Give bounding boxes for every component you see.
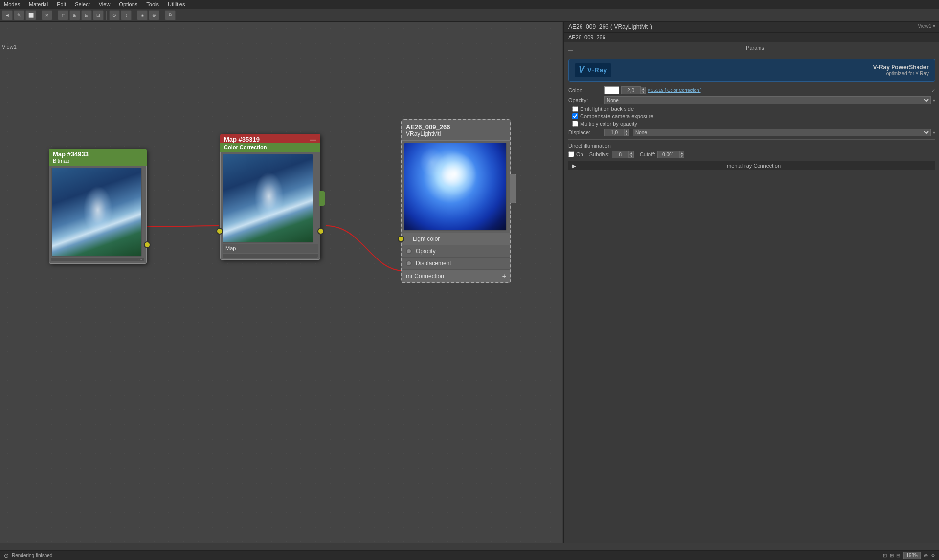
node-vray-slot-opacity[interactable]: Opacity (402, 245, 510, 257)
opacity-dropdown[interactable]: None (604, 96, 931, 104)
right-panel: AE26_009_266 ( VRayLightMtl ) View1 ▾ AE… (563, 22, 939, 543)
color-label: Color: (568, 87, 603, 93)
vray-brand-label: V·Ray (587, 66, 607, 74)
color-row: Color: ▲ ▼ # 35319 [ Color Correction ] … (568, 86, 935, 94)
subdivs-spin-up[interactable]: ▲ (629, 151, 634, 154)
toolbar-btn-13[interactable]: ⧉ (165, 10, 176, 20)
node-vray-type: VRayLightMtl (406, 130, 450, 137)
node-vray-name: AE26_009_266 (406, 123, 450, 130)
toolbar-btn-8[interactable]: ⊡ (93, 10, 104, 20)
menu-edit[interactable]: Edit (55, 1, 68, 7)
direct-illum-row: On Subdivs: ▲ ▼ Cutoff: ▲ ▼ (568, 151, 935, 158)
toolbar-btn-1[interactable]: ◄ (2, 10, 13, 20)
node-colorfix-output[interactable] (317, 228, 324, 235)
multiply-opacity-row: Multiply color by opacity (568, 121, 935, 127)
toolbar-btn-11[interactable]: ◈ (137, 10, 148, 20)
menu-select[interactable]: Select (73, 1, 92, 7)
canvas-area[interactable]: View1 Map #34933 Bitmap ⋯ Map #35319 (0, 22, 562, 543)
toolbar-btn-7[interactable]: ⊟ (81, 10, 92, 20)
node-colorfix-header-top: Map #35319 — (220, 134, 320, 143)
node-colorfix-name: Map #35319 (224, 136, 260, 143)
menu-tools[interactable]: Tools (144, 1, 161, 7)
statusbar-right: ⊡ ⊞ ⊟ 198% ⊕ ⚙ (883, 552, 935, 559)
compensate-camera-checkbox[interactable] (572, 113, 578, 119)
displace-dropdown-arrow[interactable]: ▾ (933, 130, 935, 135)
color-link-clear[interactable]: ✓ (931, 88, 935, 93)
node-vray-tab[interactable] (510, 174, 516, 203)
node-colorfix-type: Color Correction (224, 144, 267, 150)
color-spin-down[interactable]: ▼ (641, 90, 646, 94)
mental-ray-expand-icon[interactable]: ▶ (572, 163, 576, 169)
emit-back-checkbox[interactable] (572, 106, 578, 112)
node-bitmap[interactable]: Map #34933 Bitmap ⋯ (49, 149, 147, 264)
vray-optimized-label: optimized for V-Ray (873, 71, 929, 76)
vray-logo: V V·Ray (575, 63, 611, 77)
cutoff-spin-down[interactable]: ▼ (679, 154, 684, 158)
view1-dropdown[interactable]: View1 ▾ (918, 23, 935, 29)
nav-icon-3[interactable]: ⊟ (896, 553, 900, 558)
color-link[interactable]: # 35319 [ Color Correction ] (648, 88, 929, 93)
displace-spin-up[interactable]: ▲ (624, 129, 629, 132)
opacity-dropdown-arrow[interactable]: ▾ (933, 98, 935, 103)
cutoff-spinbox[interactable] (657, 151, 679, 158)
displace-spinbox[interactable] (604, 129, 624, 136)
toolbar-btn-2[interactable]: ✎ (14, 10, 24, 20)
node-vray-preview-wrap (402, 141, 510, 233)
node-vray-mr-label: mr Connection (406, 273, 444, 280)
subdivs-spinbox-container: ▲ ▼ (612, 151, 634, 158)
toolbar-sep-3 (106, 11, 107, 20)
node-colorfix-tab[interactable] (319, 191, 325, 206)
node-bitmap-output[interactable] (144, 241, 151, 248)
zoom-icon[interactable]: ⊕ (924, 553, 928, 558)
subdivs-label: Subdivs: (589, 151, 610, 157)
node-vray-minimize[interactable]: — (499, 127, 506, 134)
node-colorfix-slot: Map (223, 244, 318, 253)
node-colorfix-minimize[interactable]: — (310, 136, 316, 143)
node-vray-mr-connection[interactable]: mr Connection + (402, 269, 510, 282)
node-vray-displacement-dot (406, 260, 412, 266)
zoom-display[interactable]: 198% (903, 552, 921, 559)
node-bitmap-header: Map #34933 Bitmap (49, 149, 147, 166)
settings-icon[interactable]: ⚙ (931, 553, 935, 558)
toolbar-btn-12[interactable]: ⊕ (149, 10, 159, 20)
color-spin-up[interactable]: ▲ (641, 87, 646, 90)
toolbar-btn-6[interactable]: ⊞ (69, 10, 80, 20)
menu-view[interactable]: View (97, 1, 112, 7)
subdivs-spinbox[interactable] (612, 151, 629, 158)
color-swatch[interactable] (604, 86, 619, 94)
node-colorfix-input[interactable] (216, 228, 223, 235)
mental-ray-row[interactable]: ▶ mental ray Connection (568, 161, 935, 170)
displace-dropdown[interactable]: None (633, 129, 931, 136)
direct-illum-on-checkbox[interactable] (568, 151, 574, 157)
menu-modes[interactable]: Modes (2, 1, 22, 7)
nav-icon-2[interactable]: ⊞ (890, 553, 894, 558)
node-colorfix[interactable]: Map #35319 — Color Correction Map (220, 134, 320, 260)
node-vray-slot-light-color[interactable]: Light color (402, 233, 510, 245)
status-icon: ⊙ (4, 552, 9, 559)
node-vray-slot-displacement[interactable]: Displacement (402, 257, 510, 269)
node-vray-opacity-dot (406, 248, 412, 254)
vray-logo-box: V V·Ray V-Ray PowerShader optimized for … (568, 59, 935, 82)
multiply-opacity-checkbox[interactable] (572, 121, 578, 127)
subdivs-spin-down[interactable]: ▼ (629, 154, 634, 158)
color-spinbox-container: ▲ ▼ (621, 86, 646, 94)
toolbar-btn-3[interactable]: ⬜ (25, 10, 36, 20)
nav-icon-1[interactable]: ⊡ (883, 553, 887, 558)
params-collapse[interactable]: — (568, 47, 573, 53)
toolbar-btn-10[interactable]: ↕ (121, 10, 132, 20)
node-vray-light-color-input[interactable] (398, 236, 404, 242)
toolbar-btn-5[interactable]: ◻ (58, 10, 68, 20)
cutoff-spin-up[interactable]: ▲ (679, 151, 684, 154)
toolbar-btn-4[interactable]: ✕ (42, 10, 52, 20)
toolbar-sep-4 (134, 11, 134, 20)
color-spinbox[interactable] (621, 86, 641, 94)
node-vray[interactable]: AE26_009_266 VRayLightMtl — Light color … (401, 119, 511, 283)
cutoff-spinbox-container: ▲ ▼ (657, 151, 684, 158)
node-vray-mr-add[interactable]: + (502, 272, 506, 280)
node-name-bar: AE26_009_266 (564, 33, 939, 42)
displace-spin-down[interactable]: ▼ (624, 132, 629, 136)
menu-utilities[interactable]: Utilities (166, 1, 187, 7)
menu-material[interactable]: Material (27, 1, 50, 7)
menu-options[interactable]: Options (117, 1, 139, 7)
toolbar-btn-9[interactable]: ⊙ (109, 10, 120, 20)
